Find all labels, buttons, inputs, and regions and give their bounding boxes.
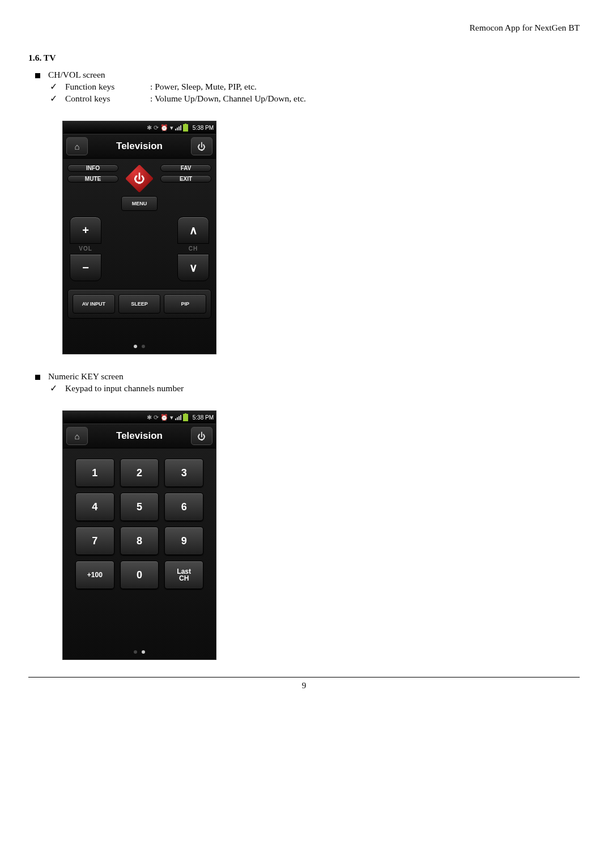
screen-title: Television xyxy=(116,141,163,152)
sync-icon: ⟳ xyxy=(154,414,159,421)
fav-button[interactable]: FAV xyxy=(160,164,211,172)
alarm-icon: ⏰ xyxy=(160,414,168,421)
key-2[interactable]: 2 xyxy=(120,459,159,487)
home-icon: ⌂ xyxy=(74,142,79,151)
check-label: Function keys xyxy=(65,82,150,92)
check-row: ✓ Keypad to input channels number xyxy=(50,383,580,393)
bullet-label: Numeric KEY screen xyxy=(48,371,124,382)
check-label: Keypad to input channels number xyxy=(65,383,184,393)
bullet-chvol: CH/VOL screen xyxy=(35,70,580,80)
channel-rocker: ∧ CH ∨ xyxy=(177,217,209,281)
key-3[interactable]: 3 xyxy=(164,459,203,487)
key-0[interactable]: 0 xyxy=(120,561,159,589)
check-row: ✓ Control keys : Volume Up/Down, Channel… xyxy=(50,94,580,104)
page-footer: 9 xyxy=(28,677,580,691)
alarm-icon: ⏰ xyxy=(160,124,168,132)
square-bullet-icon xyxy=(35,375,40,380)
doc-header: Remocon App for NextGen BT xyxy=(28,23,580,33)
power-hint-button[interactable]: ⏻ xyxy=(191,137,212,155)
phone-screenshot-chvol: ✱ ⟳ ⏰ ▾ 5:38 PM ⌂ Television ⏻ INFO MUTE xyxy=(62,121,216,354)
volume-down-button[interactable]: − xyxy=(70,254,101,281)
status-icons: ✱ ⟳ ⏰ ▾ xyxy=(147,124,188,132)
check-icon: ✓ xyxy=(50,94,57,104)
check-row: ✓ Function keys : Power, Sleep, Mute, PI… xyxy=(50,82,580,92)
page-dot xyxy=(134,650,137,654)
bluetooth-icon: ✱ xyxy=(147,124,152,132)
status-bar: ✱ ⟳ ⏰ ▾ 5:38 PM xyxy=(63,121,216,134)
mute-button[interactable]: MUTE xyxy=(67,175,118,183)
battery-icon xyxy=(183,124,188,132)
bluetooth-icon: ✱ xyxy=(147,414,152,421)
key-5[interactable]: 5 xyxy=(120,493,159,521)
power-icon: ⏻ xyxy=(197,431,206,441)
status-time: 5:38 PM xyxy=(193,125,214,131)
signal-icon xyxy=(175,125,181,130)
key-7[interactable]: 7 xyxy=(75,527,114,555)
page-indicator xyxy=(67,345,211,350)
key-lastch[interactable]: LastCH xyxy=(164,561,203,589)
check-desc: : Volume Up/Down, Channel Up/Down, etc. xyxy=(150,94,580,104)
title-bar: ⌂ Television ⏻ xyxy=(63,134,216,159)
bottom-panel: AV INPUT SLEEP PIP xyxy=(67,289,211,319)
check-label: Control keys xyxy=(65,94,150,104)
check-icon: ✓ xyxy=(50,82,57,92)
key-plus100[interactable]: +100 xyxy=(75,561,114,589)
volume-up-button[interactable]: + xyxy=(70,217,101,244)
page-number: 9 xyxy=(302,681,307,690)
phone-screenshot-keypad: ✱ ⟳ ⏰ ▾ 5:38 PM ⌂ Television ⏻ 1 2 3 4 5… xyxy=(62,410,216,660)
page-dot-active xyxy=(134,345,137,348)
wifi-icon: ▾ xyxy=(170,124,173,132)
section-heading: 1.6. TV xyxy=(28,53,580,63)
key-1[interactable]: 1 xyxy=(75,459,114,487)
signal-icon xyxy=(175,414,181,420)
volume-label: VOL xyxy=(79,245,92,252)
exit-button[interactable]: EXIT xyxy=(160,175,211,183)
key-8[interactable]: 8 xyxy=(120,527,159,555)
home-icon: ⌂ xyxy=(74,431,79,441)
check-desc: : Power, Sleep, Mute, PIP, etc. xyxy=(150,82,580,92)
keypad-body: 1 2 3 4 5 6 7 8 9 +100 0 LastCH xyxy=(63,448,216,659)
pip-button[interactable]: PIP xyxy=(164,294,206,314)
power-icon: ⏻ xyxy=(197,142,206,151)
numeric-keypad: 1 2 3 4 5 6 7 8 9 +100 0 LastCH xyxy=(63,448,216,594)
power-icon: ⏻ xyxy=(134,172,145,185)
channel-label: CH xyxy=(189,245,198,252)
page-dot-active xyxy=(142,650,145,654)
volume-rocker: + VOL − xyxy=(70,217,101,281)
key-4[interactable]: 4 xyxy=(75,493,114,521)
remote-body: INFO MUTE ⏻ MENU FAV EXIT + VOL − ∧ xyxy=(63,159,216,354)
avinput-button[interactable]: AV INPUT xyxy=(73,294,115,314)
key-6[interactable]: 6 xyxy=(164,493,203,521)
bullet-label: CH/VOL screen xyxy=(48,70,105,80)
battery-icon xyxy=(183,414,188,421)
channel-down-button[interactable]: ∨ xyxy=(177,254,209,281)
bullet-numeric: Numeric KEY screen xyxy=(35,371,580,382)
key-9[interactable]: 9 xyxy=(164,527,203,555)
status-bar: ✱ ⟳ ⏰ ▾ 5:38 PM xyxy=(63,411,216,424)
status-time: 5:38 PM xyxy=(193,414,214,421)
power-button[interactable]: ⏻ xyxy=(125,164,154,193)
channel-up-button[interactable]: ∧ xyxy=(177,217,209,244)
title-bar: ⌂ Television ⏻ xyxy=(63,424,216,448)
screen-title: Television xyxy=(116,430,163,442)
sync-icon: ⟳ xyxy=(154,124,159,132)
page-indicator xyxy=(63,650,216,656)
page-dot xyxy=(142,345,145,348)
sleep-button[interactable]: SLEEP xyxy=(118,294,161,314)
check-icon: ✓ xyxy=(50,383,57,393)
power-hint-button[interactable]: ⏻ xyxy=(191,427,212,445)
wifi-icon: ▾ xyxy=(170,414,173,421)
info-button[interactable]: INFO xyxy=(67,164,118,172)
square-bullet-icon xyxy=(35,73,40,78)
menu-button[interactable]: MENU xyxy=(121,196,158,211)
status-icons: ✱ ⟳ ⏰ ▾ xyxy=(147,414,188,421)
home-button[interactable]: ⌂ xyxy=(66,427,88,445)
home-button[interactable]: ⌂ xyxy=(66,137,88,155)
